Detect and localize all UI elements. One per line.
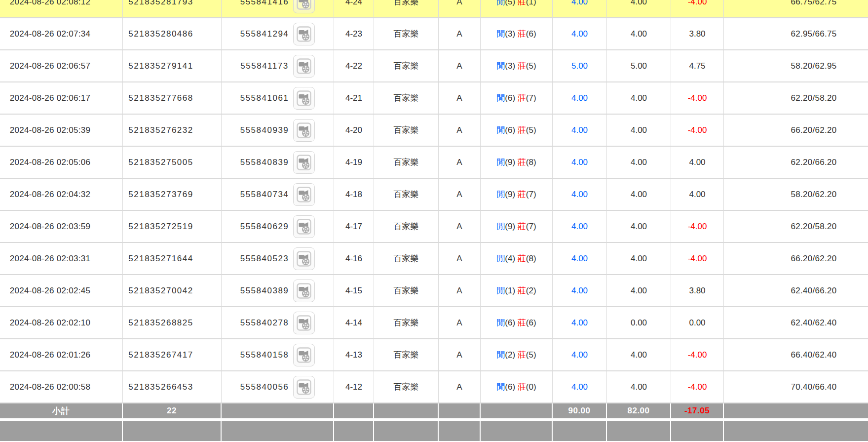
win-loss-cell: 4.75 xyxy=(671,50,724,82)
bet-amount-cell[interactable]: 5.00 xyxy=(553,50,607,82)
video-replay-button[interactable] xyxy=(293,0,315,13)
win-loss-cell: -4.00 xyxy=(671,371,724,403)
round-id-text: 555841061 xyxy=(240,93,289,103)
result-cell: 閒(1) 莊(2) xyxy=(481,275,553,307)
round-number-cell: 4-22 xyxy=(334,50,374,82)
video-replay-button[interactable] xyxy=(293,376,315,399)
bet-time-cell: 2024-08-26 02:06:17 xyxy=(0,82,123,115)
bet-amount-cell[interactable]: 4.00 xyxy=(553,339,607,371)
video-replay-button[interactable] xyxy=(293,280,315,302)
video-replay-button[interactable] xyxy=(293,312,315,334)
banker-label: 莊 xyxy=(518,222,526,231)
bet-time-cell: 2024-08-26 02:04:32 xyxy=(0,179,123,211)
player-label: 閒 xyxy=(496,286,505,295)
video-replay-button[interactable] xyxy=(293,183,315,206)
video-camera-film-reel-icon xyxy=(297,347,311,363)
video-replay-button[interactable] xyxy=(293,151,315,174)
bet-id-cell: 521835279141 xyxy=(123,50,222,82)
valid-bet-cell: 4.00 xyxy=(607,371,671,403)
round-number-cell: 4-12 xyxy=(334,371,374,403)
bet-time-cell: 2024-08-26 02:06:57 xyxy=(0,50,123,82)
player-label: 閒 xyxy=(496,61,505,71)
bet-amount-cell[interactable]: 4.00 xyxy=(553,371,607,403)
game-type-cell: 百家樂 xyxy=(374,243,439,275)
subtotal-valid-total-cell: 82.00 xyxy=(607,403,671,421)
round-number-cell: 4-21 xyxy=(334,82,374,115)
table-row: 2024-08-26 02:08:12 521835281793 5558414… xyxy=(0,0,868,18)
win-loss-cell: 0.00 xyxy=(671,307,724,339)
game-type-cell: 百家樂 xyxy=(374,82,439,115)
table-letter-cell: A xyxy=(439,0,481,18)
player-points: (9) xyxy=(505,158,515,167)
subtotal-bet-total-cell: 90.00 xyxy=(553,403,607,421)
bet-amount-cell[interactable]: 4.00 xyxy=(553,179,607,211)
result-cell: 閒(4) 莊(8) xyxy=(481,243,553,275)
banker-label: 莊 xyxy=(518,61,526,71)
bet-id-cell: 521835273769 xyxy=(123,179,222,211)
bet-amount-cell[interactable]: 4.00 xyxy=(553,18,607,50)
bet-amount-cell[interactable]: 4.00 xyxy=(553,82,607,115)
video-replay-button[interactable] xyxy=(293,119,315,142)
bet-id-cell: 521835277668 xyxy=(123,82,222,115)
round-number-cell: 4-17 xyxy=(334,211,374,243)
subtotal-row: 小計 22 90.00 82.00 -17.05 xyxy=(0,403,868,421)
video-replay-button[interactable] xyxy=(293,344,315,366)
round-id-cell: 555840389 xyxy=(222,275,334,307)
balance-cell: 66.20/62.20 xyxy=(724,243,868,275)
banker-points: (6) xyxy=(526,318,536,327)
round-number-cell: 4-19 xyxy=(334,147,374,179)
banker-points: (8) xyxy=(526,158,536,167)
round-number-cell: 4-15 xyxy=(334,275,374,307)
video-replay-button[interactable] xyxy=(293,215,315,238)
video-replay-button[interactable] xyxy=(293,55,315,78)
video-camera-film-reel-icon xyxy=(297,187,311,202)
game-type-cell: 百家樂 xyxy=(374,0,439,18)
table-letter-cell: A xyxy=(439,18,481,50)
video-camera-film-reel-icon xyxy=(297,122,311,138)
bet-amount-cell[interactable]: 4.00 xyxy=(553,275,607,307)
table-letter-cell: A xyxy=(439,275,481,307)
result-cell: 閒(3) 莊(5) xyxy=(481,50,553,82)
round-number-cell: 4-16 xyxy=(334,243,374,275)
table-letter-cell: A xyxy=(439,243,481,275)
round-id-text: 555840734 xyxy=(240,190,289,200)
bet-amount-cell[interactable]: 4.00 xyxy=(553,243,607,275)
banker-points: (7) xyxy=(526,222,536,231)
bet-time-cell: 2024-08-26 02:02:10 xyxy=(0,307,123,339)
table-letter-cell: A xyxy=(439,307,481,339)
table-letter-cell: A xyxy=(439,371,481,403)
video-camera-film-reel-icon xyxy=(297,0,311,10)
bet-id-cell: 521835281793 xyxy=(123,0,222,18)
table-letter-cell: A xyxy=(439,179,481,211)
game-type-cell: 百家樂 xyxy=(374,275,439,307)
player-label: 閒 xyxy=(496,190,505,199)
subtotal-empty-cell xyxy=(374,403,439,421)
banker-points: (0) xyxy=(526,382,536,392)
table-row: 2024-08-26 02:07:34 521835280486 5558412… xyxy=(0,18,868,50)
bet-amount-cell[interactable]: 4.00 xyxy=(553,115,607,147)
bet-amount-cell[interactable]: 4.00 xyxy=(553,211,607,243)
bet-amount-cell[interactable]: 4.00 xyxy=(553,0,607,18)
banker-points: (8) xyxy=(526,254,536,263)
banker-label: 莊 xyxy=(518,29,526,39)
player-points: (3) xyxy=(505,29,515,39)
video-replay-button[interactable] xyxy=(293,247,315,270)
round-number-cell: 4-20 xyxy=(334,115,374,147)
banker-points: (5) xyxy=(526,61,536,71)
round-id-cell: 555841173 xyxy=(222,50,334,82)
valid-bet-cell: 4.00 xyxy=(607,115,671,147)
player-points: (6) xyxy=(505,382,515,392)
bet-id-cell: 521835275005 xyxy=(123,147,222,179)
video-replay-button[interactable] xyxy=(293,87,315,110)
banker-points: (5) xyxy=(526,350,536,360)
bet-amount-cell[interactable]: 4.00 xyxy=(553,307,607,339)
round-number-cell: 4-13 xyxy=(334,339,374,371)
banker-label: 莊 xyxy=(518,318,526,327)
player-points: (2) xyxy=(505,350,515,360)
balance-cell: 58.20/62.20 xyxy=(724,179,868,211)
valid-bet-cell: 4.00 xyxy=(607,0,671,18)
bet-amount-cell[interactable]: 4.00 xyxy=(553,147,607,179)
table-letter-cell: A xyxy=(439,115,481,147)
video-camera-film-reel-icon xyxy=(297,283,311,299)
video-replay-button[interactable] xyxy=(293,23,315,45)
